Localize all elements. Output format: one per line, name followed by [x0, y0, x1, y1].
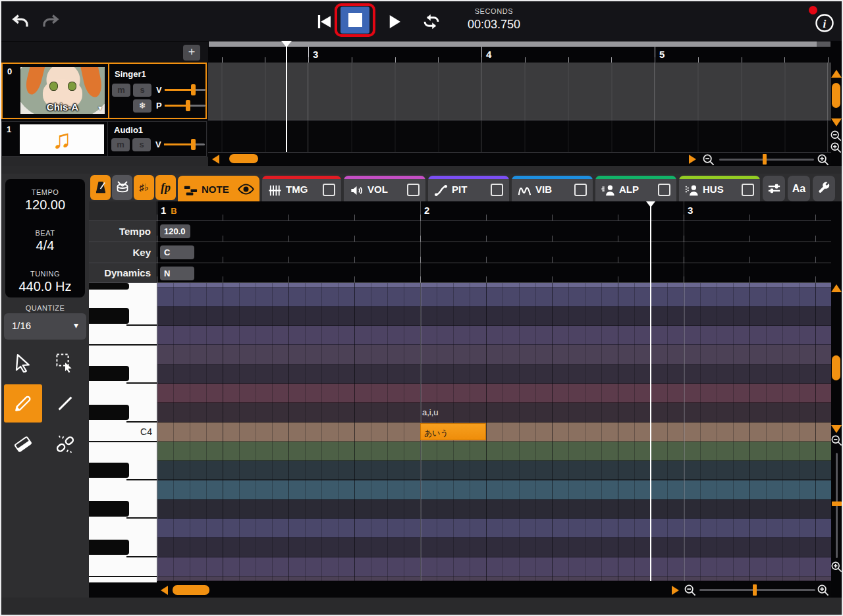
pitch-row-F4[interactable] — [157, 326, 831, 345]
tab-checkbox[interactable] — [491, 184, 503, 196]
scroll-left-arrow[interactable] — [161, 586, 168, 595]
button-aa[interactable]: Aa — [788, 176, 810, 201]
pitch-row-G#3[interactable] — [157, 500, 831, 519]
tab-checkbox[interactable] — [407, 184, 420, 196]
pitch-row-G4[interactable] — [157, 288, 831, 307]
zoom-slider-thumb[interactable] — [763, 154, 767, 165]
mute-button[interactable]: m — [112, 84, 130, 97]
dynamics-row[interactable]: Dynamics N — [89, 263, 831, 283]
tool-marquee[interactable] — [46, 344, 84, 382]
time-unit-label[interactable]: SECONDS — [454, 7, 533, 15]
undo-button[interactable] — [9, 12, 32, 32]
pitch-row-F#3[interactable] — [157, 538, 831, 557]
arrange-lane-singer[interactable] — [208, 63, 831, 120]
pan-slider[interactable] — [165, 105, 205, 107]
loop-button[interactable] — [420, 11, 443, 32]
pitch-row-A3[interactable] — [157, 480, 831, 500]
quantize-dropdown[interactable]: 1/16 ▾ — [4, 313, 86, 340]
arrange-top-scrollbar[interactable] — [209, 41, 830, 47]
piano-key-black-D#4[interactable] — [89, 366, 129, 381]
pitch-row-C#4[interactable] — [157, 403, 831, 422]
track-row-audio1[interactable]: 1 ♫ Audio1 m s V — [1, 121, 207, 157]
pitch-row-D4[interactable] — [157, 384, 831, 403]
pitch-row-G3[interactable] — [157, 519, 831, 538]
vscroll-thumb[interactable] — [832, 83, 840, 108]
volume-slider[interactable] — [164, 143, 205, 145]
piano-key-black-G#3[interactable] — [89, 501, 129, 516]
pitch-row-E4[interactable] — [157, 345, 831, 364]
zoom-slider[interactable] — [719, 159, 814, 161]
freeze-button[interactable]: ❄ — [133, 99, 151, 113]
zoom-slider[interactable] — [699, 589, 815, 591]
piano-keyboard[interactable]: C4 — [89, 283, 157, 583]
tool-pointer[interactable] — [4, 344, 42, 382]
pitch-row-F#4[interactable] — [157, 307, 831, 326]
piano-key-black-C#4[interactable] — [89, 405, 129, 420]
pitch-row-D#4[interactable] — [157, 365, 831, 384]
mute-button[interactable]: m — [111, 138, 130, 151]
button-wrench[interactable] — [813, 176, 835, 201]
redo-button[interactable] — [40, 12, 62, 32]
zoom-in-icon[interactable] — [817, 153, 829, 166]
play-button[interactable] — [383, 11, 404, 32]
toggle-metronome[interactable] — [90, 175, 111, 200]
tab-checkbox[interactable] — [742, 184, 754, 196]
vzoom-slider-thumb[interactable] — [832, 501, 842, 506]
pitch-row-A#3[interactable] — [157, 461, 831, 480]
eye-icon[interactable] — [238, 184, 254, 195]
tool-unlink[interactable] — [46, 425, 84, 463]
arrange-lane-audio[interactable] — [208, 120, 831, 153]
vscroll-thumb[interactable] — [832, 355, 840, 380]
time-display[interactable]: 00:03.750 — [454, 18, 533, 32]
tool-eraser[interactable] — [4, 425, 42, 463]
tab-checkbox[interactable] — [574, 184, 587, 196]
pitch-row-E3[interactable] — [157, 577, 831, 581]
solo-button[interactable]: s — [132, 138, 151, 151]
add-track-button[interactable]: + — [183, 45, 200, 61]
scroll-right-arrow[interactable] — [672, 586, 679, 595]
piano-key-black-A#3[interactable] — [89, 463, 129, 478]
vzoom-out-icon[interactable] — [830, 130, 842, 142]
zoom-out-icon[interactable] — [684, 584, 696, 596]
toggle-drum[interactable] — [112, 175, 132, 200]
hscroll-thumb[interactable] — [173, 585, 209, 595]
skip-to-start-button[interactable] — [313, 11, 335, 32]
track-row-singer1[interactable]: 0 Chis-A ▾ Singer1 m s V — [1, 63, 207, 119]
solo-button[interactable]: s — [133, 84, 151, 97]
piano-key-black-F#3[interactable] — [89, 540, 129, 555]
dynamics-row-value[interactable]: N — [160, 267, 194, 280]
note-grid[interactable]: a,i,u あいう — [157, 283, 831, 581]
scroll-left-arrow[interactable] — [212, 155, 219, 164]
tool-line[interactable] — [46, 384, 84, 423]
scroll-down-arrow[interactable] — [831, 425, 842, 433]
tab-tmg[interactable]: TMG — [262, 176, 341, 201]
zoom-in-icon[interactable] — [817, 584, 829, 596]
toggle-fp[interactable]: fp — [155, 175, 176, 200]
pitch-row-B3[interactable] — [157, 442, 831, 461]
zoom-slider-thumb[interactable] — [753, 584, 757, 596]
arrange-ruler[interactable]: 345 — [208, 47, 831, 63]
key-row[interactable]: Key C — [89, 242, 831, 263]
pianoroll-ruler[interactable]: 1B23 — [89, 201, 831, 221]
volume-slider[interactable] — [165, 89, 205, 91]
scroll-up-arrow[interactable] — [831, 284, 842, 292]
tab-checkbox[interactable] — [323, 184, 335, 196]
tab-alp[interactable]: ALP — [595, 176, 676, 201]
tempo-row[interactable]: Tempo 120.0 — [89, 221, 831, 242]
tab-checkbox[interactable] — [658, 184, 670, 196]
singer-avatar[interactable]: Chis-A ▾ — [20, 67, 105, 114]
toggle-accidentals[interactable]: ♯♭ — [134, 175, 154, 200]
hscroll-thumb[interactable] — [229, 154, 258, 163]
tab-vib[interactable]: VIB — [512, 176, 593, 201]
button-mixer[interactable] — [763, 176, 785, 201]
pitch-row-C4[interactable] — [157, 423, 831, 442]
tab-pit[interactable]: PIT — [428, 176, 509, 201]
vzoom-in-icon[interactable] — [830, 561, 843, 573]
key-row-value[interactable]: C — [160, 245, 194, 259]
vzoom-in-icon[interactable] — [830, 141, 842, 154]
pitch-row-F3[interactable] — [157, 557, 831, 577]
tab-vol[interactable]: VOL — [344, 176, 425, 201]
scroll-up-arrow[interactable] — [831, 70, 842, 78]
piano-key-black-F#4[interactable] — [89, 308, 129, 323]
scroll-right-arrow[interactable] — [689, 155, 696, 164]
